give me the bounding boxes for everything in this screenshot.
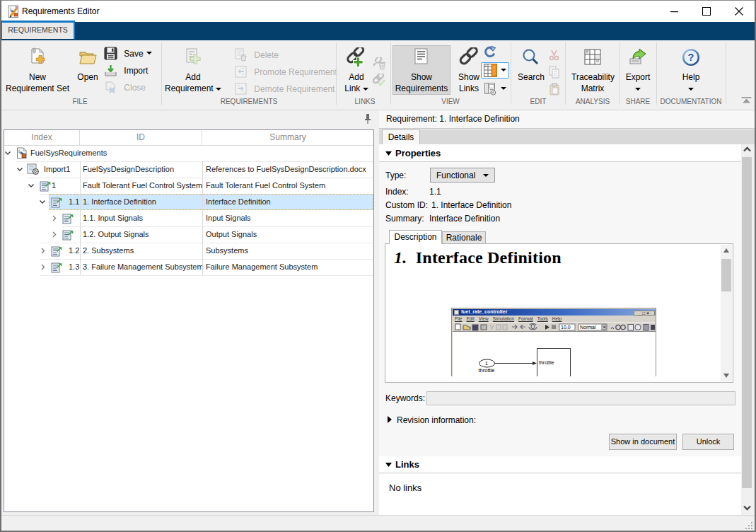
- svg-text:throttle: throttle: [479, 367, 495, 374]
- svg-text:1: 1: [485, 361, 488, 366]
- svg-text:10.0: 10.0: [561, 325, 571, 330]
- svg-text:Normal: Normal: [580, 325, 596, 330]
- svg-text:?: ?: [688, 52, 694, 63]
- svg-text:throttle: throttle: [539, 360, 554, 365]
